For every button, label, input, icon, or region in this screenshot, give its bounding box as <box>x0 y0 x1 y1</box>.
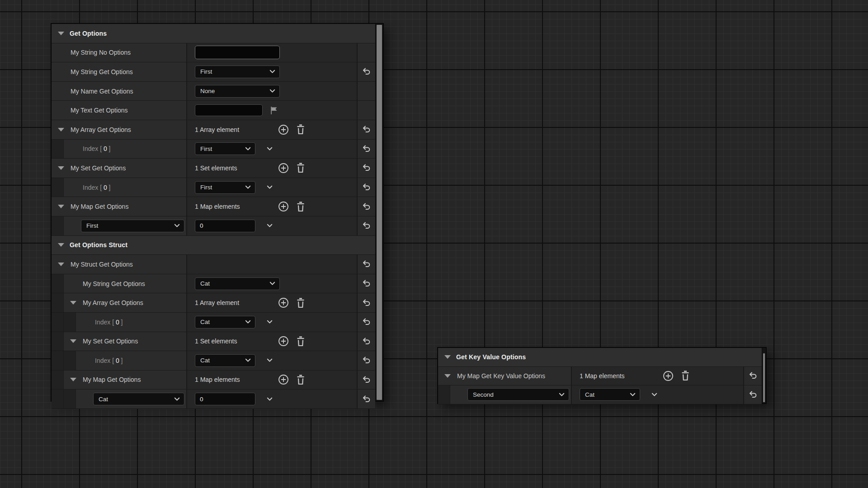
property-name-cell: My Struct Get Options <box>52 255 187 274</box>
enum-dropdown[interactable]: None <box>195 85 280 98</box>
property-expander-arrow-icon[interactable] <box>70 339 76 343</box>
enum-dropdown[interactable]: First <box>195 66 280 78</box>
category-header[interactable]: Get Key Value Options <box>438 348 762 367</box>
reset-to-default-button[interactable] <box>358 197 375 216</box>
reset-cell <box>357 197 375 216</box>
property-row: My String No Options <box>52 43 375 63</box>
chevron-down-icon <box>174 222 180 229</box>
element-options-chevron-icon[interactable] <box>267 389 273 408</box>
clear-elements-button[interactable] <box>296 374 306 385</box>
scrollbar-thumb[interactable] <box>377 25 382 400</box>
reset-to-default-button[interactable] <box>744 367 762 385</box>
clear-elements-button[interactable] <box>296 124 306 135</box>
map-key-dropdown[interactable]: Second <box>467 388 569 401</box>
property-name-cell: Index [ 0 ] <box>52 351 187 370</box>
category-expander-arrow-icon[interactable] <box>444 355 451 359</box>
category-expander-arrow-icon[interactable] <box>58 243 64 247</box>
indent-rail <box>52 178 64 197</box>
enum-dropdown[interactable]: Cat <box>195 354 255 367</box>
reset-to-default-button[interactable] <box>358 313 375 332</box>
property-name-cell: My Map Get Key Value Options <box>438 367 572 385</box>
property-expander-arrow-icon[interactable] <box>58 205 64 208</box>
property-expander-arrow-icon[interactable] <box>58 166 64 170</box>
property-name-cell: My Array Get Options <box>52 293 187 312</box>
reset-to-default-button[interactable] <box>358 216 375 235</box>
property-label: My String No Options <box>71 49 131 56</box>
reset-to-default-button[interactable] <box>358 120 375 139</box>
reset-cell <box>357 62 375 81</box>
text-value-input[interactable] <box>195 46 280 59</box>
property-name-cell: Index [ 0 ] <box>52 140 187 159</box>
reset-to-default-button[interactable] <box>358 140 375 159</box>
element-options-chevron-icon[interactable] <box>651 385 657 404</box>
add-element-button[interactable] <box>278 162 289 174</box>
enum-dropdown[interactable]: Cat <box>195 316 255 328</box>
reset-to-default-button[interactable] <box>358 293 375 312</box>
expander-slot <box>69 339 77 343</box>
clear-elements-button[interactable] <box>296 336 306 347</box>
reset-to-default-button[interactable] <box>358 62 375 81</box>
reset-to-default-button[interactable] <box>744 385 762 404</box>
element-options-chevron-icon[interactable] <box>267 313 273 332</box>
reset-to-default-button[interactable] <box>358 255 375 274</box>
reset-to-default-button[interactable] <box>358 274 375 293</box>
indent-rail <box>52 313 64 332</box>
property-expander-arrow-icon[interactable] <box>58 128 64 131</box>
value-input[interactable] <box>195 393 255 405</box>
property-expander-arrow-icon[interactable] <box>444 374 451 378</box>
property-expander-arrow-icon[interactable] <box>58 263 64 266</box>
text-value-input[interactable] <box>195 104 263 116</box>
enum-dropdown[interactable]: First <box>195 142 255 155</box>
reset-cell <box>357 389 375 408</box>
enum-dropdown[interactable]: First <box>195 181 255 194</box>
vertical-scrollbar[interactable] <box>762 348 766 403</box>
reset-to-default-button[interactable] <box>358 371 375 389</box>
map-key-value: First <box>86 222 98 229</box>
reset-to-default-button[interactable] <box>358 178 375 197</box>
property-name-cell: Second <box>438 385 572 404</box>
reset-cell <box>357 159 375 178</box>
reset-to-default-button[interactable] <box>358 332 375 351</box>
category-header[interactable]: Get Options <box>52 24 375 43</box>
property-name-cell: My Text Get Options <box>52 101 187 120</box>
map-key-dropdown[interactable]: Cat <box>93 393 184 405</box>
category-header[interactable]: Get Options Struct <box>52 236 375 255</box>
enum-dropdown[interactable]: Cat <box>195 277 280 290</box>
add-element-button[interactable] <box>278 297 289 309</box>
clear-elements-button[interactable] <box>680 370 690 381</box>
clear-elements-button[interactable] <box>296 297 306 309</box>
localization-flag-icon[interactable] <box>270 106 278 115</box>
property-row: Cat <box>52 389 375 409</box>
vertical-scrollbar[interactable] <box>375 24 383 401</box>
chevron-down-icon <box>245 319 251 325</box>
reset-cell <box>743 385 762 404</box>
add-element-button[interactable] <box>278 201 289 212</box>
container-elements-count: 1 Set elements <box>195 338 237 345</box>
add-element-button[interactable] <box>278 124 289 136</box>
clear-elements-button[interactable] <box>296 201 306 212</box>
property-name-cell: My Set Get Options <box>52 332 187 351</box>
category-expander-arrow-icon[interactable] <box>58 32 64 35</box>
reset-to-default-button[interactable] <box>358 351 375 370</box>
scrollbar-thumb[interactable] <box>763 353 765 402</box>
add-element-button[interactable] <box>278 374 289 385</box>
reset-to-default-button[interactable] <box>358 159 375 178</box>
map-key-dropdown[interactable]: First <box>81 220 184 232</box>
property-name-cell: My String Get Options <box>52 274 187 293</box>
clear-elements-button[interactable] <box>296 162 306 174</box>
element-options-chevron-icon[interactable] <box>267 140 273 159</box>
element-options-chevron-icon[interactable] <box>267 216 273 235</box>
property-expander-arrow-icon[interactable] <box>70 301 76 305</box>
enum-dropdown[interactable]: Cat <box>580 388 640 401</box>
property-row: Index [ 0 ]Cat <box>52 351 375 371</box>
add-element-button[interactable] <box>662 370 674 382</box>
value-input[interactable] <box>195 220 255 232</box>
element-options-chevron-icon[interactable] <box>267 178 273 197</box>
element-options-chevron-icon[interactable] <box>267 351 273 370</box>
expander-slot <box>57 128 65 131</box>
property-value-cell: 1 Map elements <box>187 197 357 216</box>
enum-dropdown-value: Cat <box>200 280 210 287</box>
add-element-button[interactable] <box>278 335 289 347</box>
reset-to-default-button[interactable] <box>358 389 375 408</box>
property-expander-arrow-icon[interactable] <box>70 378 76 381</box>
